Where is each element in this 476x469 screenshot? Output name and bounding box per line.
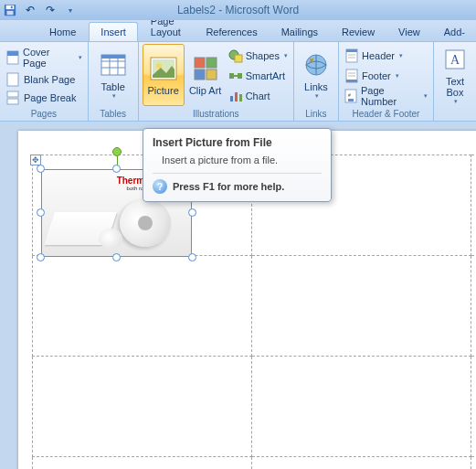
- svg-rect-27: [235, 92, 238, 101]
- svg-rect-7: [7, 91, 18, 97]
- tab-insert[interactable]: Insert: [89, 22, 138, 41]
- picture-icon: [149, 54, 178, 83]
- svg-rect-1: [6, 5, 15, 9]
- help-icon: ?: [153, 179, 167, 194]
- ribbon: Cover Page ▾ Blank Page Page Break Pages…: [0, 42, 476, 122]
- resize-handle[interactable]: [112, 165, 121, 173]
- text-box-button[interactable]: A Text Box ▾: [438, 44, 472, 106]
- tab-review[interactable]: Review: [331, 23, 386, 41]
- group-illustrations: Picture Clip Art Shapes ▾ SmartArt Ch: [139, 42, 294, 121]
- chevron-down-icon: ▾: [79, 54, 82, 61]
- table-label: Table: [100, 81, 124, 92]
- text-box-label: Text Box: [439, 76, 471, 98]
- tab-home[interactable]: Home: [38, 23, 87, 41]
- clipart-button[interactable]: Clip Art: [185, 44, 227, 106]
- blank-page-icon: [5, 72, 20, 87]
- page-number-button[interactable]: # Page Number ▾: [343, 86, 429, 106]
- links-icon: [301, 50, 331, 80]
- resize-handle[interactable]: [37, 253, 45, 261]
- resize-handle[interactable]: [112, 253, 121, 261]
- header-button[interactable]: Header ▾: [343, 46, 429, 66]
- group-links-label: Links: [298, 108, 334, 121]
- tooltip-body: Insert a picture from a file.: [153, 155, 322, 165]
- resize-handle[interactable]: [188, 208, 196, 217]
- tooltip-title: Insert Picture from File: [153, 136, 322, 149]
- svg-rect-41: [348, 99, 354, 101]
- group-header-footer: Header ▾ Footer ▾ # Page Number ▾ Header…: [339, 42, 434, 121]
- chevron-down-icon: ▾: [315, 92, 319, 100]
- qat-dropdown-icon[interactable]: ▾: [60, 0, 80, 20]
- tooltip: Insert Picture from File Insert a pictur…: [143, 128, 332, 202]
- shapes-icon: [228, 48, 243, 63]
- svg-rect-19: [206, 58, 217, 68]
- header-icon: [344, 48, 359, 63]
- smartart-icon: [228, 69, 243, 83]
- chart-label: Chart: [246, 91, 270, 101]
- resize-handle[interactable]: [37, 208, 45, 217]
- svg-text:#: #: [348, 92, 351, 98]
- group-hf-label: Header & Footer: [343, 108, 429, 121]
- group-links: Links ▾ Links: [294, 42, 339, 121]
- svg-rect-28: [239, 94, 242, 101]
- svg-rect-25: [238, 73, 242, 79]
- page-number-label: Page Number: [361, 85, 419, 107]
- shapes-button[interactable]: Shapes ▾: [227, 46, 290, 66]
- chevron-down-icon: ▾: [454, 98, 458, 105]
- save-icon[interactable]: [0, 0, 20, 20]
- blank-page-button[interactable]: Blank Page: [4, 71, 84, 88]
- smartart-button[interactable]: SmartArt: [227, 66, 290, 86]
- links-button[interactable]: Links ▾: [298, 44, 334, 106]
- resize-handle[interactable]: [37, 165, 45, 173]
- svg-text:A: A: [450, 53, 460, 67]
- tab-references[interactable]: References: [195, 23, 268, 41]
- group-text-label: [438, 118, 472, 121]
- chevron-down-icon: ▾: [399, 52, 403, 59]
- ribbon-tabs: Home Insert Page Layout References Maili…: [0, 20, 476, 42]
- page-break-button[interactable]: Page Break: [4, 90, 84, 106]
- page-break-icon: [5, 91, 20, 105]
- text-box-icon: A: [440, 45, 470, 74]
- svg-rect-2: [7, 11, 14, 15]
- chart-icon: [228, 89, 243, 103]
- picture-button[interactable]: Picture: [143, 44, 185, 106]
- smartart-label: SmartArt: [246, 70, 285, 81]
- window-title: Labels2 - Microsoft Word: [177, 4, 299, 16]
- footer-button[interactable]: Footer ▾: [343, 66, 429, 86]
- redo-icon[interactable]: ↷: [40, 0, 60, 20]
- tab-addins[interactable]: Add-: [433, 23, 476, 41]
- cover-page-button[interactable]: Cover Page ▾: [4, 46, 84, 69]
- chevron-down-icon: ▾: [284, 52, 288, 59]
- footer-label: Footer: [362, 70, 391, 81]
- svg-rect-24: [229, 73, 234, 79]
- group-text: A Text Box ▾: [434, 42, 476, 121]
- tab-mailings[interactable]: Mailings: [270, 23, 329, 41]
- svg-rect-5: [7, 51, 18, 56]
- tab-view[interactable]: View: [387, 23, 431, 41]
- svg-rect-26: [230, 96, 233, 101]
- table-icon: [99, 50, 128, 80]
- svg-rect-32: [346, 49, 357, 52]
- svg-rect-23: [235, 55, 242, 62]
- svg-rect-20: [195, 69, 205, 80]
- group-pages-label: Pages: [4, 108, 84, 121]
- header-label: Header: [362, 50, 395, 61]
- svg-rect-14: [101, 55, 125, 59]
- chevron-down-icon: ▾: [112, 92, 116, 100]
- footer-icon: [344, 69, 359, 83]
- page-break-label: Page Break: [24, 92, 76, 103]
- svg-rect-21: [206, 69, 217, 80]
- group-pages: Cover Page ▾ Blank Page Page Break Pages: [0, 42, 89, 121]
- chart-button[interactable]: Chart: [227, 86, 290, 106]
- svg-point-17: [156, 63, 162, 69]
- chevron-down-icon: ▾: [396, 72, 399, 80]
- table-button[interactable]: Table ▾: [92, 44, 134, 106]
- svg-rect-8: [7, 99, 18, 104]
- rotation-handle[interactable]: [112, 147, 122, 156]
- svg-rect-18: [195, 58, 205, 68]
- title-bar: ↶ ↷ ▾ Labels2 - Microsoft Word: [0, 0, 476, 20]
- chevron-down-icon: ▾: [424, 92, 428, 100]
- shapes-label: Shapes: [246, 50, 280, 61]
- svg-rect-36: [346, 80, 357, 82]
- undo-icon[interactable]: ↶: [20, 0, 40, 20]
- resize-handle[interactable]: [188, 253, 196, 261]
